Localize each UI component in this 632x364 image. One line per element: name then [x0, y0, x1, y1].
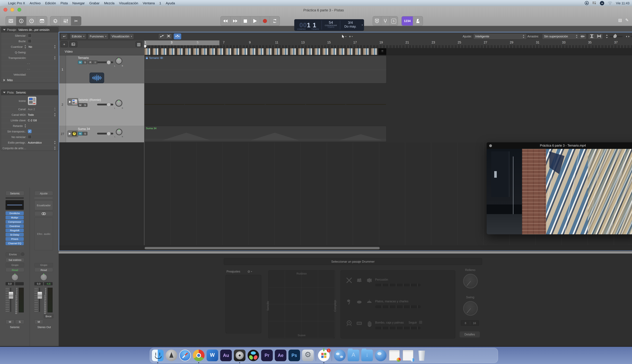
track1-mute-button[interactable]: M [78, 60, 83, 64]
dock-word[interactable]: W [206, 350, 218, 361]
horizontal-scrollbar[interactable] [59, 246, 632, 250]
video-window-titlebar[interactable]: Práctica 6 parte 3 - Ternario.mp4 [487, 142, 632, 149]
row-canal-midi[interactable]: Canal MIDI:Todo [1, 112, 58, 117]
metronome-icon[interactable] [413, 16, 423, 26]
menu-archivo[interactable]: Archivo [30, 1, 40, 5]
automation-icon[interactable] [158, 34, 165, 38]
dock-system-preferences[interactable]: ⚙ [302, 350, 314, 361]
menu-clock[interactable]: Vie 11:43 [616, 1, 630, 5]
vertical-zoom-slider[interactable] [606, 35, 623, 38]
menu-navegar[interactable]: Navegar [72, 1, 85, 5]
loop-checkbox[interactable] [28, 39, 32, 43]
track3-solo-button[interactable]: S [83, 132, 88, 136]
plugin-slot[interactable]: Ringshift [6, 228, 24, 232]
grid-8-option[interactable]: 8 [461, 322, 470, 324]
swing-knob[interactable] [463, 301, 478, 316]
menu-ayuda[interactable]: Ayuda [166, 1, 175, 5]
command-tool-menu[interactable]: +▾ [349, 34, 353, 38]
dock-document-window[interactable] [388, 350, 400, 361]
dock-logic[interactable] [234, 350, 246, 361]
lcd-chevron-icon[interactable]: ▾ [360, 19, 364, 31]
drag-dropdown[interactable]: Sin superposición [542, 33, 580, 40]
strip1-empty-slot[interactable] [6, 246, 24, 250]
vertical-zoom-icon[interactable] [588, 34, 595, 38]
track-panel-header[interactable]: Pista: Seismic [1, 90, 58, 95]
plugin-slot[interactable]: Multipr [6, 216, 24, 220]
dock-chrome[interactable] [193, 350, 204, 361]
video-window[interactable]: Práctica 6 parte 3 - Ternario.mp4 [487, 142, 632, 234]
strip2-mute-button[interactable]: M [34, 320, 43, 324]
row-canal[interactable]: Canal:Aux 2 [1, 106, 58, 112]
drummer-region[interactable]: Drummer [144, 104, 184, 105]
tuner-icon[interactable] [50, 16, 61, 26]
fill-knob[interactable] [463, 274, 478, 288]
video-thumbnail-lane[interactable] [144, 48, 632, 55]
track3-lane[interactable]: Suma 34 [144, 126, 632, 142]
dock-web-globe[interactable] [375, 350, 386, 361]
flex-icon[interactable] [165, 34, 172, 38]
percussion-icons[interactable] [346, 277, 373, 284]
dock-premiere[interactable]: Pr [261, 350, 273, 361]
cycle-button[interactable] [270, 16, 280, 26]
region-panel-header[interactable]: Pasaje: Valores de...por omisión [1, 27, 58, 32]
quick-help-icon[interactable]: ? [26, 16, 37, 26]
strip1-fader-track[interactable] [10, 288, 11, 312]
menu-mezcla[interactable]: Mezcla [104, 1, 114, 5]
strip2-setting-button[interactable]: Ajuste [34, 191, 53, 196]
logi-options-icon[interactable] [585, 1, 589, 5]
track1-solo-button[interactable]: S [83, 60, 88, 64]
menu-visualizacion[interactable]: Visualización [119, 1, 138, 5]
play-button[interactable] [250, 16, 260, 26]
menu-pista[interactable]: Pista [60, 1, 68, 5]
lcd-display[interactable]: 001 1 COMPÁS TIEMPO 54 CONSERVAR TEMPO 3… [294, 19, 364, 31]
strip1-automation-button[interactable]: Read [6, 268, 24, 272]
plugin-slot[interactable]: St-Delay [6, 233, 24, 236]
mute-checkbox[interactable] [28, 34, 32, 38]
track1-pan-knob[interactable] [115, 58, 122, 64]
cymbals-slider[interactable] [375, 305, 421, 308]
strip1-gain-bar[interactable] [6, 197, 24, 199]
presets-header[interactable]: Preajustes ⚙ ▾ [226, 269, 261, 274]
rewind-button[interactable] [221, 16, 230, 26]
waveform-zoom-button[interactable] [579, 33, 586, 40]
video-close-button[interactable] [489, 144, 492, 147]
horizontal-scrollbar-thumb[interactable] [144, 247, 380, 249]
track3-icon-chip[interactable] [67, 130, 78, 137]
track3-pan-knob[interactable] [116, 129, 122, 135]
strip1-mute-button[interactable]: M [6, 320, 14, 324]
back-arrow-button[interactable]: ↩ [61, 33, 68, 40]
strip1-solo-button[interactable]: S [15, 320, 24, 324]
row-qswing[interactable]: Q-Swing: [1, 49, 58, 55]
kick-snare-slider[interactable] [375, 326, 421, 329]
edit-menu[interactable]: Edición▾ [70, 33, 86, 40]
track3-name[interactable]: Suma 34 [78, 127, 90, 131]
track2-pan-knob[interactable] [115, 100, 122, 107]
row-cuantizar[interactable]: CuantizarNo [1, 44, 58, 49]
dock-audition[interactable]: Au [220, 350, 232, 361]
strip2-audiofx-slot[interactable]: Efec. audio [34, 218, 53, 250]
drummer-region[interactable]: Drummer [346, 104, 386, 105]
strip1-group-button[interactable]: Grupo [6, 263, 24, 267]
strip1-sends-label[interactable]: Envíos [6, 252, 20, 256]
strip1-fader-cap[interactable] [8, 292, 14, 299]
dock-trash[interactable] [416, 350, 428, 361]
menu-grabar[interactable]: Grabar [89, 1, 100, 5]
kit-icons[interactable] [346, 320, 373, 326]
header-config-button[interactable]: ▥ [136, 42, 142, 47]
swing-grid-switch[interactable]: 8 16 [461, 320, 479, 326]
strip2-volume-value[interactable]: -4,6 [44, 282, 52, 286]
plugin-slot[interactable]: Overdrive [6, 224, 24, 228]
scissors-icon[interactable]: ✂ [71, 16, 81, 26]
dock-safari[interactable] [179, 350, 191, 361]
follow-checkbox[interactable] [419, 321, 422, 324]
pane-resize-gutter[interactable] [59, 251, 632, 254]
add-track-button[interactable]: + [61, 41, 68, 47]
strip1-volume-value[interactable] [15, 282, 24, 286]
inspector-toggle-icon[interactable] [16, 16, 26, 26]
dock-after-effects[interactable]: Ae [275, 350, 286, 361]
presets-list[interactable] [226, 275, 262, 334]
strip2-eq-slot[interactable]: Ecualizador [34, 200, 53, 210]
plugin-slot[interactable]: Compressor [6, 220, 24, 224]
dock-photoshop[interactable]: Ps [288, 350, 300, 361]
menu-script[interactable]: 1 [160, 1, 161, 5]
